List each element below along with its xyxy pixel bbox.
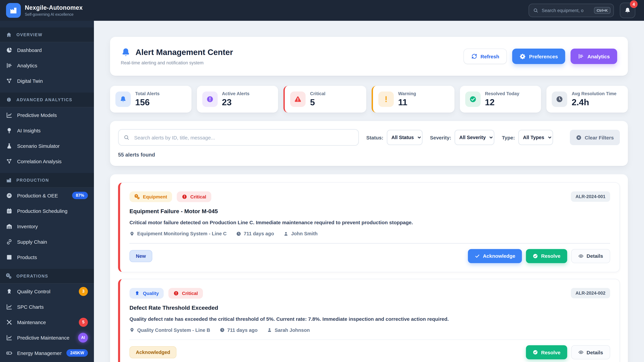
bell-icon	[624, 7, 631, 14]
brand-logo	[6, 3, 21, 18]
notifications-button[interactable]: 4	[620, 3, 635, 18]
brain-icon	[6, 97, 12, 103]
stat-value: 5	[310, 97, 326, 107]
sidebar-item-products[interactable]: Products	[0, 249, 94, 265]
filter-group: Status: All Status	[366, 130, 422, 145]
acknowledge-button[interactable]: Acknowledge	[468, 249, 522, 263]
sidebar-item-label: Energy Management	[17, 350, 62, 356]
button-label: Details	[587, 253, 603, 259]
details-button[interactable]: Details	[571, 249, 610, 263]
factory-icon	[6, 177, 12, 183]
factory-icon	[10, 6, 18, 14]
sidebar-item-label: Supply Chain	[17, 239, 88, 245]
alert-type-badge: Quality	[130, 288, 164, 299]
resolve-button[interactable]: Resolve	[526, 249, 567, 263]
clear-filters-button[interactable]: Clear Filters	[570, 130, 620, 145]
sidebar-item-production-oee[interactable]: Production & OEE 87%	[0, 188, 94, 203]
sidebar-item-badge: 87%	[72, 192, 88, 199]
brand-name: Nexgile-Autonomex	[25, 4, 83, 11]
sidebar-item-supply-chain[interactable]: Supply Chain	[0, 234, 94, 249]
alert-id-badge: ALR-2024-001	[571, 191, 610, 202]
filter-group: Type: All Types	[502, 130, 553, 145]
sidebar-item-quality-control[interactable]: Quality Control 3	[0, 284, 94, 299]
global-search[interactable]: Ctrl+K	[528, 4, 614, 17]
alert-source: Quality Control System - Line B	[137, 327, 210, 333]
sidebar-item-downtime-analysis[interactable]: Downtime Analysis	[0, 361, 94, 362]
sidebar-item-label: Digital Twin	[17, 78, 88, 84]
alert-type-label: Equipment	[143, 194, 167, 199]
sidebar: Nexgile-Autonomex Self-governing AI exce…	[0, 0, 94, 362]
stat-label: Active Alerts	[222, 91, 250, 96]
refresh-button[interactable]: Refresh	[464, 49, 507, 64]
sidebar-item-energy-management[interactable]: Energy Management 245KW	[0, 345, 94, 361]
stat-icon-box	[378, 91, 394, 107]
sidebar-item-label: Correlation Analysis	[17, 158, 88, 164]
button-label: Analytics	[588, 53, 610, 59]
button-label: Acknowledge	[483, 253, 515, 259]
alert-search-input[interactable]	[118, 129, 359, 146]
analytics-button[interactable]: Analytics	[571, 49, 617, 64]
sidebar-item-label: Scenario Simulator	[17, 143, 88, 149]
tools-icon	[6, 319, 12, 325]
severity-select[interactable]: All Severity	[454, 130, 494, 145]
sidebar-item-label: AI Insights	[17, 128, 88, 133]
alert-severity-label: Critical	[190, 194, 206, 199]
sidebar-item-digital-twin[interactable]: Digital Twin	[0, 73, 94, 88]
sidebar-item-predictive-maintenance[interactable]: Predictive Maintenance AI	[0, 330, 94, 345]
gear-icon	[520, 53, 526, 59]
clock-icon	[220, 328, 224, 333]
sidebar-item-label: Production Scheduling	[17, 208, 88, 214]
exclamation-icon	[382, 95, 390, 103]
sidebar-item-dashboard[interactable]: Dashboard	[0, 42, 94, 58]
alert-title: Defect Rate Threshold Exceeded	[130, 305, 449, 311]
gears-icon	[134, 194, 140, 199]
stat-label: Avg Resolution Time	[572, 91, 616, 96]
sidebar-item-correlation-analysis[interactable]: Correlation Analysis	[0, 153, 94, 169]
search-icon	[124, 134, 130, 140]
sidebar-item-label: Maintenance	[17, 319, 74, 325]
check-circle-icon	[469, 95, 476, 103]
sidebar-item-label: Production & OEE	[17, 193, 68, 198]
alert-type-label: Quality	[143, 291, 159, 296]
sidebar-item-analytics[interactable]: Analytics	[0, 58, 94, 73]
divider	[130, 339, 610, 340]
top-bar: Ctrl+K 4	[0, 0, 644, 21]
stat-label: Warning	[398, 91, 416, 96]
pie-icon	[6, 47, 12, 53]
sidebar-item-production-scheduling[interactable]: Production Scheduling	[0, 203, 94, 219]
sidebar-item-ai-insights[interactable]: AI Insights	[0, 123, 94, 138]
refresh-icon	[471, 53, 477, 59]
stat-card-total-alerts: Total Alerts 156	[110, 86, 191, 113]
button-label: Resolve	[541, 253, 560, 259]
sidebar-item-scenario-simulator[interactable]: Scenario Simulator	[0, 138, 94, 153]
filter-label: Type:	[502, 135, 515, 140]
alert-type-badge: Equipment	[130, 191, 172, 202]
sidebar-item-label: Products	[17, 254, 88, 260]
alert-time: 711 days ago	[227, 327, 258, 333]
type-select[interactable]: All Types	[518, 130, 553, 145]
clear-filters-label: Clear Filters	[585, 135, 614, 140]
alert-circle-icon	[174, 291, 179, 296]
sidebar-item-predictive-models[interactable]: Predictive Models	[0, 107, 94, 123]
stat-icon-box	[202, 91, 218, 107]
filter-card: Status: All Status Severity: All Severit…	[110, 121, 628, 166]
sidebar-section-label: ADVANCED ANALYTICS	[16, 97, 88, 102]
alert-severity-label: Critical	[182, 291, 198, 296]
stat-value: 11	[398, 97, 416, 107]
preferences-button[interactable]: Preferences	[512, 49, 565, 64]
status-select[interactable]: All Status	[387, 130, 422, 145]
stat-label: Critical	[310, 91, 326, 96]
global-search-input[interactable]	[542, 8, 590, 13]
filter-groups: Status: All Status Severity: All Severit…	[366, 130, 563, 145]
resolve-button[interactable]: Resolve	[526, 345, 567, 359]
details-button[interactable]: Details	[571, 345, 610, 359]
alert-search[interactable]	[118, 129, 359, 146]
sidebar-item-inventory[interactable]: Inventory	[0, 219, 94, 234]
sidebar-item-label: Quality Control	[17, 289, 74, 294]
bars-icon	[6, 62, 12, 68]
sidebar-item-maintenance[interactable]: Maintenance 5	[0, 314, 94, 330]
sidebar-item-spc-charts[interactable]: SPC Charts	[0, 299, 94, 314]
pin-icon	[130, 328, 134, 333]
sidebar-item-badge: 245KW	[66, 349, 88, 357]
sidebar-section-production: PRODUCTION	[0, 173, 94, 188]
